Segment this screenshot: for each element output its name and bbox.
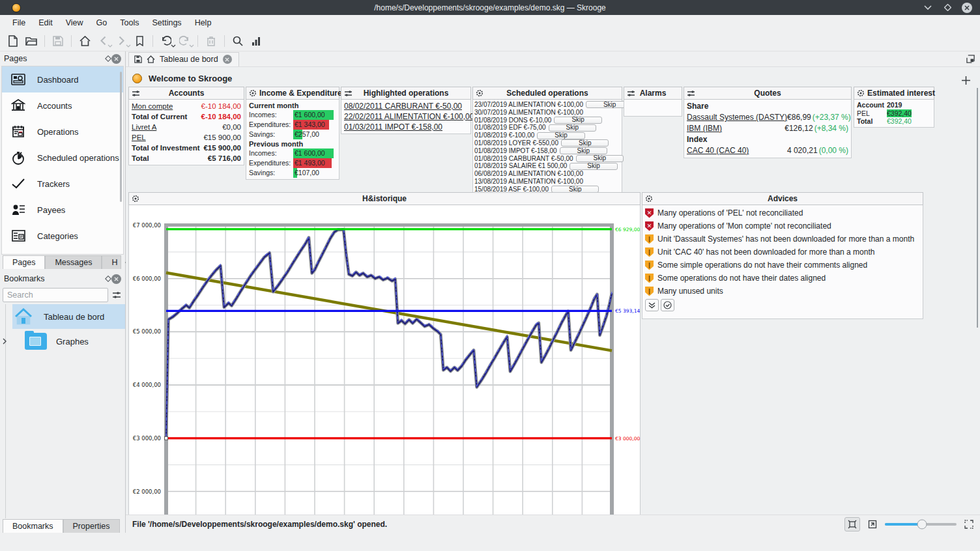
menu-file[interactable]: File bbox=[7, 16, 31, 29]
advice-text: Some operations do not have their dates … bbox=[657, 272, 826, 285]
sidebar-item-scheduled-operations[interactable]: Scheduled operations bbox=[2, 145, 123, 171]
widget-header-alarms[interactable]: Alarms bbox=[624, 87, 682, 100]
widget-header-highlighted-operations[interactable]: Highlighted operations bbox=[341, 87, 471, 100]
scheduled-operation-text: 30/07/2019 ALIMENTATION €-100,00 bbox=[474, 109, 583, 117]
interest-value: €392,40 bbox=[887, 109, 912, 118]
dock2-tab-properties[interactable]: Properties bbox=[63, 519, 120, 533]
zoom-fit-button[interactable] bbox=[844, 517, 860, 531]
highlighted-operation-link[interactable]: 22/02/2011 ALIMENTATION €-100,00 bbox=[344, 111, 468, 122]
bookmark-item-tableau-de-bord[interactable]: Tableau de bord bbox=[12, 304, 125, 329]
search-button[interactable] bbox=[229, 33, 247, 49]
new-document-button[interactable] bbox=[4, 33, 22, 49]
window-titlebar[interactable]: /home/s/Developpements/skrooge/examples/… bbox=[0, 0, 980, 15]
toolbar bbox=[0, 31, 980, 51]
home-button[interactable] bbox=[76, 33, 94, 49]
statusbar: File '/home/s/Developpements/skrooge/exa… bbox=[126, 515, 980, 533]
widget-estimated-interest: Estimated interestAccount2019PEL€392,40T… bbox=[854, 87, 934, 128]
close-panel-icon[interactable] bbox=[111, 274, 121, 284]
expand-advices-button[interactable] bbox=[645, 299, 659, 311]
undo-button[interactable] bbox=[157, 33, 175, 49]
widget-header-income-expenditure[interactable]: Income & Expenditure bbox=[246, 87, 339, 100]
skip-button[interactable]: Skip bbox=[549, 124, 596, 132]
zoom-slider-handle[interactable] bbox=[917, 519, 927, 529]
skip-button[interactable]: Skip bbox=[561, 139, 609, 147]
zoom-slider[interactable] bbox=[885, 523, 957, 526]
close-panel-icon[interactable] bbox=[111, 54, 121, 64]
widget-body-historique: €7 000,00€6 000,00€5 000,00€4 000,00€3 0… bbox=[128, 205, 641, 515]
sidebar-item-dashboard[interactable]: Dashboard bbox=[2, 66, 123, 92]
quote-name[interactable]: IBM (IBM) bbox=[687, 123, 785, 134]
toolbar-separator bbox=[44, 35, 45, 47]
menu-help[interactable]: Help bbox=[189, 16, 218, 29]
widget-header-historique[interactable]: H&istorique bbox=[128, 192, 641, 205]
sidebar-item-accounts[interactable]: Accounts bbox=[2, 92, 123, 119]
quote-name[interactable]: CAC 40 (CAC 40) bbox=[687, 145, 787, 156]
close-icon[interactable] bbox=[962, 3, 972, 13]
dashboard-scrollbar[interactable] bbox=[977, 88, 979, 328]
account-name[interactable]: Livret A bbox=[132, 122, 156, 132]
zoom-in-icon[interactable] bbox=[964, 520, 973, 529]
dismiss-advice-button[interactable] bbox=[661, 299, 674, 311]
detach-tab-icon[interactable] bbox=[966, 55, 975, 63]
float-panel-icon[interactable] bbox=[105, 55, 111, 62]
highlighted-operation-link[interactable]: 08/02/2011 CARBURANT €-50,00 bbox=[344, 101, 468, 111]
undo-icon bbox=[161, 36, 171, 46]
widget-header-advices[interactable]: Advices bbox=[642, 192, 923, 205]
zoom-original-button[interactable] bbox=[868, 520, 877, 529]
skip-button[interactable]: Skip bbox=[560, 147, 607, 154]
quote-name[interactable]: Dassault Systemes (DASTY) bbox=[687, 112, 787, 123]
widget-header-estimated-interest[interactable]: Estimated interest bbox=[854, 87, 934, 100]
dock-tab-h[interactable]: H bbox=[102, 255, 121, 269]
report-chart-button[interactable] bbox=[247, 33, 265, 49]
account-balance: €5 716,00 bbox=[208, 153, 241, 163]
expander-icon bbox=[3, 338, 7, 345]
page-button[interactable] bbox=[130, 33, 149, 49]
menu-go[interactable]: Go bbox=[91, 16, 113, 29]
account-name[interactable]: Mon compte bbox=[132, 101, 173, 111]
bookmark-item-graphes[interactable]: Graphes bbox=[0, 329, 125, 354]
tab-close-icon[interactable] bbox=[223, 55, 232, 64]
pages-scrollbar[interactable] bbox=[120, 72, 122, 202]
tab-tableau-de-bord[interactable]: Tableau de bord bbox=[128, 52, 239, 66]
filter-icon[interactable] bbox=[112, 291, 121, 299]
minimize-icon[interactable] bbox=[923, 3, 933, 13]
dashboard-icon bbox=[11, 74, 25, 85]
menu-settings[interactable]: Settings bbox=[146, 16, 187, 29]
advice-row: ❙Some simple operations do not have thei… bbox=[645, 259, 920, 272]
skip-button[interactable]: Skip bbox=[569, 163, 617, 170]
open-file-button[interactable] bbox=[22, 33, 40, 49]
svg-text:€5 393,14: €5 393,14 bbox=[615, 308, 640, 314]
skip-button[interactable]: Skip bbox=[537, 132, 584, 139]
dock2-tab-bookmarks[interactable]: Bookmarks bbox=[3, 519, 63, 533]
sidebar-item-payees[interactable]: Payees bbox=[2, 197, 123, 223]
skrooge-icon bbox=[132, 74, 142, 83]
widget-alarms: Alarms bbox=[624, 87, 682, 117]
widget-header-accounts[interactable]: Accounts bbox=[128, 87, 244, 100]
skip-button[interactable]: Skip bbox=[576, 155, 624, 162]
bookmarks-search-input[interactable]: Search bbox=[3, 288, 108, 302]
menu-edit[interactable]: Edit bbox=[33, 16, 59, 29]
add-widget-icon[interactable] bbox=[961, 76, 971, 85]
widget-header-quotes[interactable]: Quotes bbox=[684, 87, 852, 100]
skip-button[interactable]: Skip bbox=[554, 117, 601, 124]
menu-view[interactable]: View bbox=[60, 16, 89, 29]
account-name[interactable]: PEL bbox=[132, 132, 146, 143]
dock-tab-messages[interactable]: Messages bbox=[45, 255, 102, 269]
home-icon bbox=[14, 308, 33, 325]
maximize-icon[interactable] bbox=[942, 3, 953, 13]
sidebar-item-trackers[interactable]: Trackers bbox=[2, 171, 123, 197]
tab-save-icon bbox=[134, 55, 142, 63]
svg-text:€4 000,00: €4 000,00 bbox=[133, 382, 161, 388]
menu-tools[interactable]: Tools bbox=[114, 16, 145, 29]
sidebar-item-label: Payees bbox=[37, 205, 65, 215]
highlighted-operation-link[interactable]: 01/03/2011 IMPOT €-158,00 bbox=[344, 122, 468, 132]
view-tabbar: Tableau de bord bbox=[126, 51, 980, 67]
sidebar-item-categories[interactable]: Categories bbox=[2, 223, 123, 249]
dock-tab-pages[interactable]: Pages bbox=[3, 255, 45, 269]
account-row: Livret A€0,00 bbox=[132, 122, 241, 132]
float-panel-icon[interactable] bbox=[105, 276, 111, 282]
sidebar-item-operations[interactable]: Operations bbox=[2, 119, 123, 145]
widget-advices: Advices✕Many operations of 'PEL' not rec… bbox=[642, 192, 923, 319]
warning-shield-icon: ❙ bbox=[645, 261, 654, 270]
widget-header-scheduled-operations[interactable]: Scheduled operations bbox=[472, 87, 622, 100]
